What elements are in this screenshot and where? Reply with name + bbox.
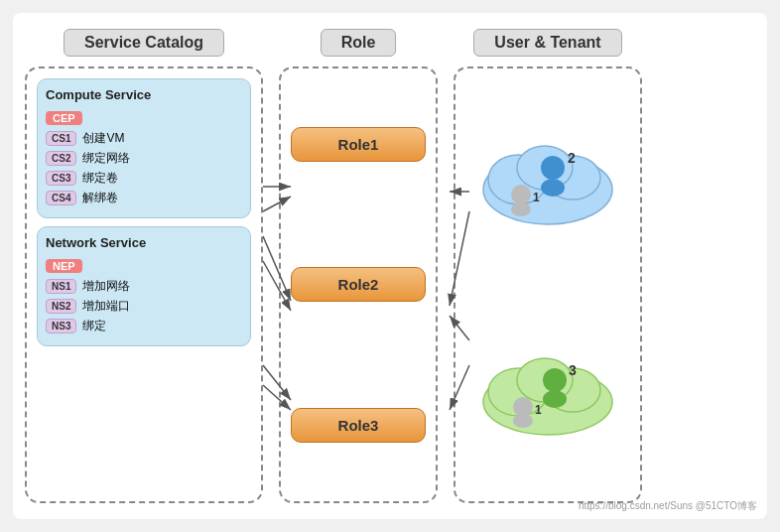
svg-point-7 (511, 185, 531, 204)
nep-badge: NEP (46, 259, 82, 273)
role-header: Role (321, 29, 397, 57)
ns3-badge: NS3 (46, 319, 76, 333)
ns2-label: 增加端口 (82, 298, 130, 315)
cs3-label: 绑定卷 (82, 170, 118, 187)
tenant1-cloud: 2 1 (473, 130, 622, 229)
user-tenant-column: User & Tenant 2 1 (454, 29, 642, 503)
svg-point-5 (541, 179, 565, 197)
ns2-item: NS2 增加端口 (46, 298, 242, 315)
ns1-label: 增加网络 (82, 278, 130, 295)
compute-service-title: Compute Service (46, 87, 242, 102)
cs1-label: 创建VM (82, 130, 124, 147)
ns3-item: NS3 绑定 (46, 318, 242, 334)
svg-point-15 (543, 390, 567, 408)
ns1-badge: NS1 (46, 279, 76, 294)
cs4-label: 解绑卷 (82, 190, 118, 206)
network-service-box: Network Service NEP NS1 增加网络 NS2 增加端口 NS… (37, 226, 251, 346)
svg-point-18 (513, 414, 533, 428)
tenant2-cloud: 3 1 (473, 340, 622, 440)
service-catalog-body: Compute Service CEP CS1 创建VM CS2 绑定网络 CS… (25, 66, 263, 503)
svg-point-4 (541, 156, 565, 180)
cs1-item: CS1 创建VM (46, 130, 242, 147)
cs4-item: CS4 解绑卷 (46, 190, 242, 206)
diagram-container: Service Catalog Compute Service CEP CS1 … (13, 13, 767, 519)
user-tenant-body: 2 1 3 (454, 66, 642, 503)
ns3-label: 绑定 (82, 318, 106, 334)
tenant2-group: 3 1 (465, 340, 630, 440)
ns2-badge: NS2 (46, 299, 76, 314)
role3-box: Role3 (291, 408, 426, 443)
role1-box: Role1 (291, 127, 426, 162)
svg-text:3: 3 (569, 362, 577, 378)
cs2-label: 绑定网络 (82, 150, 130, 167)
user-tenant-header: User & Tenant (473, 29, 621, 57)
svg-point-14 (543, 368, 567, 392)
compute-service-box: Compute Service CEP CS1 创建VM CS2 绑定网络 CS… (37, 78, 251, 218)
cs2-badge: CS2 (46, 151, 76, 166)
svg-text:2: 2 (568, 150, 576, 166)
cs3-item: CS3 绑定卷 (46, 170, 242, 187)
role2-box: Role2 (291, 267, 426, 302)
cep-badge: CEP (46, 111, 82, 125)
svg-text:1: 1 (533, 191, 540, 204)
cs3-badge: CS3 (46, 171, 76, 186)
svg-text:1: 1 (535, 403, 542, 417)
tenant1-group: 2 1 (465, 130, 630, 229)
cs2-item: CS2 绑定网络 (46, 150, 242, 167)
service-catalog-header: Service Catalog (64, 29, 224, 57)
svg-point-8 (511, 202, 531, 216)
service-catalog-column: Service Catalog Compute Service CEP CS1 … (25, 29, 263, 503)
role-body: Role1 Role2 Role3 (279, 66, 438, 503)
ns1-item: NS1 增加网络 (46, 278, 242, 295)
network-service-title: Network Service (46, 235, 242, 250)
watermark: https://blog.csdn.net/Suns @51CTO博客 (579, 499, 757, 513)
cs4-badge: CS4 (46, 191, 76, 205)
cs1-badge: CS1 (46, 131, 76, 146)
role-column: Role Role1 Role2 Role3 (279, 29, 438, 503)
